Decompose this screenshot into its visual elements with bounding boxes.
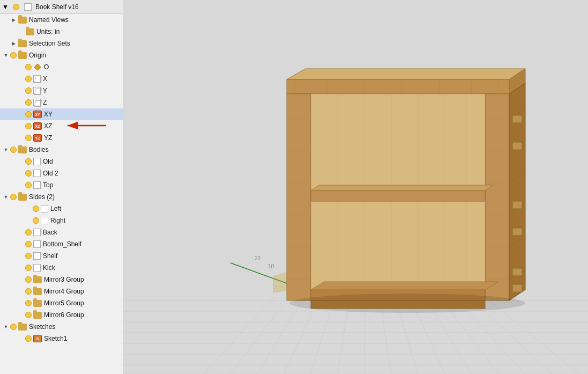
svg-marker-39 xyxy=(287,79,509,94)
named-views-folder-icon xyxy=(18,17,27,24)
svg-rect-80 xyxy=(512,115,522,123)
sidebar-item-bodies[interactable]: Bodies xyxy=(0,144,123,156)
xz-icon: XZ xyxy=(33,122,42,130)
sidebar-item-sketches[interactable]: Sketches xyxy=(0,321,123,333)
sketch1-label: Sketch1 xyxy=(44,335,67,342)
sidebar-item-units[interactable]: Units: in xyxy=(0,26,123,38)
sidebar-item-bottom-shelf[interactable]: Bottom_Shelf xyxy=(0,238,123,250)
o-label: O xyxy=(44,63,49,71)
sidebar-item-origin[interactable]: Origin xyxy=(0,49,123,61)
mirror6-label: Mirror6 Group xyxy=(44,311,84,319)
bodies-bulb xyxy=(10,146,17,153)
svg-marker-0 xyxy=(34,64,41,70)
bodies-folder-icon xyxy=(18,146,27,153)
origin-bulb xyxy=(10,52,17,58)
mirror3-folder-icon xyxy=(33,276,42,283)
bottom-shelf-label: Bottom_Shelf xyxy=(43,240,81,248)
svg-marker-87 xyxy=(311,300,485,309)
mirror5-folder-icon xyxy=(33,300,42,307)
shelf-square-icon xyxy=(33,252,41,260)
sketches-arrow xyxy=(2,324,10,329)
kick-label: Kick xyxy=(43,264,55,272)
sidebar-item-old2[interactable]: Old 2 xyxy=(0,167,123,179)
mirror3-bulb xyxy=(25,276,32,283)
sidebar-item-back[interactable]: Back xyxy=(0,226,123,238)
title-folder-icon xyxy=(24,3,32,11)
right-label: Right xyxy=(50,217,65,224)
bodies-arrow xyxy=(2,147,10,152)
mirror4-folder-icon xyxy=(33,288,42,295)
sidebar-item-left[interactable]: Left xyxy=(0,203,123,215)
sidebar-item-mirror6[interactable]: Mirror6 Group xyxy=(0,309,123,321)
sketch1-bulb xyxy=(25,335,32,342)
kick-square-icon xyxy=(33,264,41,272)
sidebar-item-mirror5[interactable]: Mirror5 Group xyxy=(0,297,123,309)
sidebar-item-y[interactable]: Y xyxy=(0,85,123,97)
mirror5-label: Mirror5 Group xyxy=(44,299,84,307)
sidebar-item-z[interactable]: Z xyxy=(0,97,123,108)
origin-folder-icon xyxy=(18,52,27,59)
back-bulb xyxy=(25,229,32,236)
svg-marker-76 xyxy=(311,190,485,201)
svg-text:20: 20 xyxy=(255,255,261,261)
bodies-label: Bodies xyxy=(29,146,49,153)
selection-sets-arrow xyxy=(10,41,17,46)
bottom-shelf-bulb xyxy=(25,241,32,247)
mirror4-bulb xyxy=(25,288,32,295)
svg-marker-38 xyxy=(287,69,525,79)
origin-label: Origin xyxy=(29,52,46,59)
title-bar: Book Shelf v16 xyxy=(0,0,123,14)
old-square-icon xyxy=(33,158,41,165)
selection-sets-label: Selection Sets xyxy=(29,40,70,47)
sketch1-icon: S xyxy=(33,335,42,342)
sidebar-item-yz[interactable]: YZ YZ xyxy=(0,132,123,144)
sidebar-item-o[interactable]: O xyxy=(0,61,123,73)
svg-rect-84 xyxy=(512,268,522,276)
sidebar-item-xy[interactable]: XY XY xyxy=(0,108,123,120)
mirror5-bulb xyxy=(25,300,32,306)
svg-text:10: 10 xyxy=(268,263,274,269)
z-label: Z xyxy=(43,99,47,106)
svg-rect-82 xyxy=(512,201,522,209)
named-views-arrow xyxy=(10,17,17,23)
sidebar-item-kick[interactable]: Kick xyxy=(0,262,123,274)
sidebar-item-x[interactable]: X xyxy=(0,73,123,85)
top-label: Top xyxy=(43,181,53,189)
svg-marker-55 xyxy=(485,94,509,300)
sidebar-item-selection-sets[interactable]: Selection Sets xyxy=(0,38,123,49)
title-bulb xyxy=(13,4,19,10)
mirror4-label: Mirror4 Group xyxy=(44,288,84,295)
z-plane-icon xyxy=(33,99,41,106)
sidebar: Book Shelf v16 Named Views Units: in Sel… xyxy=(0,0,123,374)
top-bulb xyxy=(25,182,32,188)
y-label: Y xyxy=(43,87,47,94)
left-bulb xyxy=(33,206,39,212)
sketches-folder-icon xyxy=(18,324,27,331)
named-views-label: Named Views xyxy=(29,16,69,24)
sidebar-item-sketch1[interactable]: S Sketch1 xyxy=(0,333,123,344)
selection-sets-folder-icon xyxy=(18,40,27,47)
top-square-icon xyxy=(33,181,41,189)
main-canvas-area[interactable]: 10 20 30 10 20 xyxy=(123,0,588,374)
xy-label: XY xyxy=(44,111,53,118)
kick-bulb xyxy=(25,265,32,271)
3d-viewport: 10 20 30 10 20 xyxy=(123,0,588,374)
sides-arrow xyxy=(2,194,10,200)
y-bulb xyxy=(25,87,32,94)
units-folder-icon xyxy=(26,28,34,35)
old2-bulb xyxy=(25,170,32,177)
sidebar-item-mirror3[interactable]: Mirror3 Group xyxy=(0,274,123,285)
yz-bulb xyxy=(25,135,32,141)
shelf-label: Shelf xyxy=(43,252,57,260)
sidebar-item-shelf[interactable]: Shelf xyxy=(0,250,123,262)
sidebar-item-named-views[interactable]: Named Views xyxy=(0,14,123,26)
sidebar-item-mirror4[interactable]: Mirror4 Group xyxy=(0,285,123,297)
sidebar-item-sides[interactable]: Sides (2) xyxy=(0,191,123,203)
sidebar-item-old[interactable]: Old xyxy=(0,156,123,167)
x-bulb xyxy=(25,76,32,82)
svg-marker-48 xyxy=(287,94,311,300)
title-arrow[interactable] xyxy=(2,3,11,11)
sidebar-item-xz[interactable]: XZ XZ xyxy=(0,120,123,132)
sidebar-item-right[interactable]: Right xyxy=(0,215,123,226)
sidebar-item-top[interactable]: Top xyxy=(0,179,123,191)
